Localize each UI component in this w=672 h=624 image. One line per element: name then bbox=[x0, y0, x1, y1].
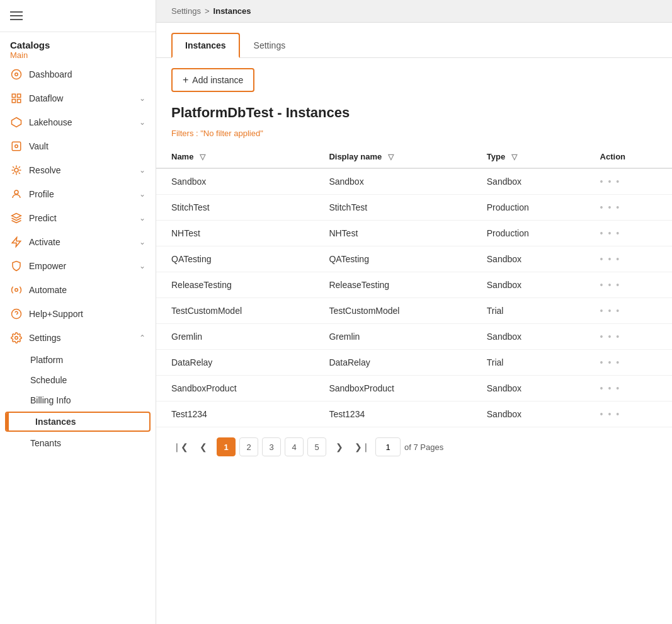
page-3-button[interactable]: 3 bbox=[262, 437, 281, 456]
page-2-button[interactable]: 2 bbox=[239, 437, 258, 456]
table-row: QATesting QATesting Sandbox • • • bbox=[156, 246, 672, 272]
cell-type: Trial bbox=[472, 298, 585, 324]
svg-point-8 bbox=[15, 145, 18, 148]
page-last-button[interactable]: ❯❘ bbox=[353, 437, 372, 456]
action-menu-button[interactable]: • • • bbox=[600, 202, 620, 212]
sidebar-item-activate[interactable]: Activate ⌄ bbox=[0, 230, 156, 254]
sidebar-item-resolve[interactable]: Resolve ⌄ bbox=[0, 158, 156, 182]
cell-action: • • • bbox=[585, 272, 672, 298]
settings-sub-platform[interactable]: Platform bbox=[0, 350, 156, 370]
sidebar-item-dashboard-label: Dashboard bbox=[29, 69, 145, 79]
cell-name: QATesting bbox=[156, 246, 314, 272]
page-next-button[interactable]: ❯ bbox=[330, 437, 349, 456]
sidebar-item-profile[interactable]: Profile ⌄ bbox=[0, 182, 156, 206]
sidebar-item-predict[interactable]: Predict ⌄ bbox=[0, 206, 156, 230]
settings-sub-tenants[interactable]: Tenants bbox=[0, 433, 156, 453]
cell-display-name: QATesting bbox=[314, 246, 471, 272]
toolbar: + Add instance bbox=[156, 58, 672, 102]
cell-display-name: SandboxProduct bbox=[314, 376, 471, 402]
page-4-button[interactable]: 4 bbox=[285, 437, 304, 456]
profile-icon bbox=[10, 188, 23, 200]
sidebar-item-predict-label: Predict bbox=[29, 213, 133, 223]
settings-sub-instances[interactable]: Instances bbox=[5, 412, 151, 432]
instances-table: Name ▽ Display name ▽ Type ▽ Action Sand… bbox=[156, 146, 672, 427]
settings-instances-label: Instances bbox=[35, 417, 76, 427]
settings-sub-schedule[interactable]: Schedule bbox=[0, 370, 156, 390]
vault-icon bbox=[10, 140, 23, 153]
svg-marker-11 bbox=[12, 238, 21, 247]
sidebar-item-dashboard[interactable]: Dashboard bbox=[0, 62, 156, 86]
sidebar-item-settings[interactable]: Settings ⌃ bbox=[0, 326, 156, 350]
svg-point-1 bbox=[15, 73, 18, 76]
table-row: ReleaseTesting ReleaseTesting Sandbox • … bbox=[156, 272, 672, 298]
svg-point-9 bbox=[14, 168, 18, 172]
empower-icon bbox=[10, 260, 23, 272]
chevron-down-icon: ⌄ bbox=[139, 238, 145, 246]
action-menu-button[interactable]: • • • bbox=[600, 409, 620, 419]
cell-display-name: ReleaseTesting bbox=[314, 272, 471, 298]
action-menu-button[interactable]: • • • bbox=[600, 357, 620, 367]
cell-action: • • • bbox=[585, 298, 672, 324]
sidebar-item-help-support[interactable]: Help+Support bbox=[0, 302, 156, 326]
cell-action: • • • bbox=[585, 246, 672, 272]
chevron-up-icon: ⌃ bbox=[139, 333, 145, 342]
catalogs-label: Catalogs bbox=[10, 40, 145, 50]
sidebar-item-vault[interactable]: Vault bbox=[0, 134, 156, 158]
sidebar-item-settings-label: Settings bbox=[29, 333, 133, 343]
settings-icon bbox=[10, 332, 23, 344]
action-menu-button[interactable]: • • • bbox=[600, 332, 620, 342]
sidebar-item-dataflow-label: Dataflow bbox=[29, 93, 133, 103]
sidebar-item-automate-label: Automate bbox=[29, 285, 145, 295]
action-menu-button[interactable]: • • • bbox=[600, 254, 620, 264]
settings-billing-label: Billing Info bbox=[30, 395, 71, 405]
sidebar-item-vault-label: Vault bbox=[29, 141, 145, 151]
cell-type: Trial bbox=[472, 350, 585, 376]
predict-icon bbox=[10, 212, 23, 224]
sidebar-header bbox=[0, 0, 156, 32]
settings-sub-billing[interactable]: Billing Info bbox=[0, 390, 156, 410]
cell-name: Gremlin bbox=[156, 324, 314, 350]
sidebar-item-lakehouse[interactable]: Lakehouse ⌄ bbox=[0, 110, 156, 134]
name-filter-icon[interactable]: ▽ bbox=[200, 153, 205, 161]
add-instance-label: Add instance bbox=[192, 75, 243, 85]
cell-type: Sandbox bbox=[472, 246, 585, 272]
cell-type: Sandbox bbox=[472, 376, 585, 402]
sidebar-item-empower[interactable]: Empower ⌄ bbox=[0, 254, 156, 278]
svg-rect-5 bbox=[12, 100, 15, 103]
action-menu-button[interactable]: • • • bbox=[600, 306, 620, 316]
page-input[interactable] bbox=[375, 437, 401, 456]
cell-name: Sandbox bbox=[156, 168, 314, 195]
action-menu-button[interactable]: • • • bbox=[600, 383, 620, 393]
action-menu-button[interactable]: • • • bbox=[600, 228, 620, 238]
tab-instances[interactable]: Instances bbox=[171, 33, 240, 58]
cell-action: • • • bbox=[585, 324, 672, 350]
resolve-icon bbox=[10, 164, 23, 176]
catalogs-section: Catalogs Main bbox=[0, 32, 156, 62]
display-name-filter-icon[interactable]: ▽ bbox=[388, 153, 394, 161]
cell-type: Sandbox bbox=[472, 402, 585, 427]
page-5-button[interactable]: 5 bbox=[307, 437, 326, 456]
tab-settings[interactable]: Settings bbox=[240, 33, 300, 58]
action-menu-button[interactable]: • • • bbox=[600, 176, 620, 187]
sidebar-item-automate[interactable]: Automate bbox=[0, 278, 156, 302]
page-prev-button[interactable]: ❮ bbox=[194, 437, 213, 456]
automate-icon bbox=[10, 284, 23, 296]
type-filter-icon[interactable]: ▽ bbox=[511, 153, 517, 161]
action-menu-button[interactable]: • • • bbox=[600, 280, 620, 290]
cell-display-name: Sandbox bbox=[314, 168, 471, 195]
page-first-button[interactable]: ❘❮ bbox=[171, 437, 190, 456]
breadcrumb-current: Instances bbox=[214, 6, 251, 16]
help-support-icon bbox=[10, 308, 23, 320]
add-instance-button[interactable]: + Add instance bbox=[171, 68, 254, 92]
cell-action: • • • bbox=[585, 221, 672, 246]
svg-rect-4 bbox=[18, 100, 21, 103]
cell-action: • • • bbox=[585, 195, 672, 221]
sidebar-item-dataflow[interactable]: Dataflow ⌄ bbox=[0, 86, 156, 110]
table-row: NHTest NHTest Production • • • bbox=[156, 221, 672, 246]
cell-display-name: TestCustomModel bbox=[314, 298, 471, 324]
main-label: Main bbox=[10, 50, 145, 60]
cell-display-name: Gremlin bbox=[314, 324, 471, 350]
page-1-button[interactable]: 1 bbox=[217, 437, 236, 456]
hamburger-menu[interactable] bbox=[10, 11, 23, 20]
cell-action: • • • bbox=[585, 350, 672, 376]
